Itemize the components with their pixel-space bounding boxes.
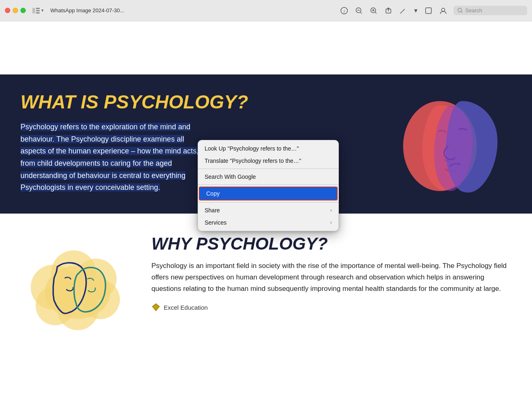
svg-point-19 <box>458 8 462 12</box>
window-title: WhatsApp Image 2024-07-30... <box>50 7 337 14</box>
search-bar[interactable]: Search <box>453 6 527 15</box>
psychology-illustration <box>376 83 516 205</box>
menu-item-search-google-label: Search With Google <box>205 173 256 180</box>
menu-item-lookup-label: Look Up "Psychology refers to the…" <box>205 145 299 152</box>
title-bar: ▾ WhatsApp Image 2024-07-30... i ▾ Searc… <box>0 0 532 21</box>
menu-item-search-google[interactable]: Search With Google <box>198 171 338 183</box>
menu-divider-2 <box>198 185 338 185</box>
menu-item-copy[interactable]: Copy <box>199 187 338 200</box>
svg-line-15 <box>401 9 405 13</box>
menu-item-services-label: Services <box>205 219 227 226</box>
menu-divider-1 <box>198 169 338 169</box>
dark-section-text: Psychology refers to the exploration of … <box>20 121 209 194</box>
menu-divider-3 <box>198 202 338 203</box>
toolbar-icons: i ▾ <box>340 7 447 14</box>
psychology-body-text: Psychology refers to the exploration of … <box>20 123 198 191</box>
excel-education-label: Excel Education <box>164 304 208 311</box>
svg-rect-3 <box>36 12 40 14</box>
close-button[interactable] <box>5 8 10 13</box>
why-psychology-heading: WHY PSYCHOLOGY? <box>151 234 512 254</box>
context-menu: Look Up "Psychology refers to the…" Tran… <box>198 140 339 231</box>
maximize-button[interactable] <box>20 8 26 13</box>
share-chevron-icon: › <box>330 207 332 213</box>
share-icon[interactable] <box>385 7 392 14</box>
top-white-space <box>0 21 532 74</box>
menu-item-copy-label: Copy <box>206 190 220 197</box>
pen-options-icon[interactable]: ▾ <box>414 7 417 14</box>
zoom-out-icon[interactable] <box>355 7 363 14</box>
sidebar-toggle-icon[interactable]: ▾ <box>32 8 44 14</box>
svg-rect-2 <box>36 10 40 11</box>
menu-item-lookup[interactable]: Look Up "Psychology refers to the…" <box>198 142 338 155</box>
svg-text:i: i <box>343 8 345 13</box>
svg-line-8 <box>361 12 362 14</box>
svg-rect-17 <box>426 8 431 14</box>
menu-item-share[interactable]: Share › <box>198 204 338 216</box>
traffic-lights <box>5 8 26 13</box>
expand-icon[interactable] <box>425 7 432 14</box>
svg-line-12 <box>375 12 376 14</box>
svg-rect-0 <box>32 8 35 14</box>
menu-item-translate-label: Translate "Psychology refers to the…" <box>205 158 301 164</box>
why-psychology-body: Psychology is an important field in soci… <box>151 260 512 295</box>
annotate-icon[interactable] <box>399 7 407 14</box>
brain-illustration <box>20 234 135 340</box>
info-icon[interactable]: i <box>340 7 348 14</box>
zoom-in-icon[interactable] <box>370 7 377 14</box>
excel-logo-icon <box>151 303 160 312</box>
minimize-button[interactable] <box>13 8 18 13</box>
svg-rect-1 <box>36 8 40 9</box>
search-icon <box>458 8 463 13</box>
svg-line-16 <box>400 13 401 14</box>
excel-education-logo: Excel Education <box>151 303 512 312</box>
services-chevron-icon: › <box>330 220 332 225</box>
white-section: WHY PSYCHOLOGY? Psychology is an importa… <box>0 214 532 357</box>
menu-item-services[interactable]: Services › <box>198 216 338 229</box>
share-person-icon[interactable] <box>440 7 447 14</box>
search-placeholder: Search <box>465 7 482 14</box>
content-area: WHAT IS PSYCHOLOGY? Psychology refers to… <box>0 21 532 403</box>
menu-item-translate[interactable]: Translate "Psychology refers to the…" <box>198 155 338 167</box>
svg-point-18 <box>442 8 445 11</box>
why-content: WHY PSYCHOLOGY? Psychology is an importa… <box>151 234 512 312</box>
menu-item-share-label: Share <box>205 207 220 214</box>
svg-line-20 <box>461 11 462 13</box>
